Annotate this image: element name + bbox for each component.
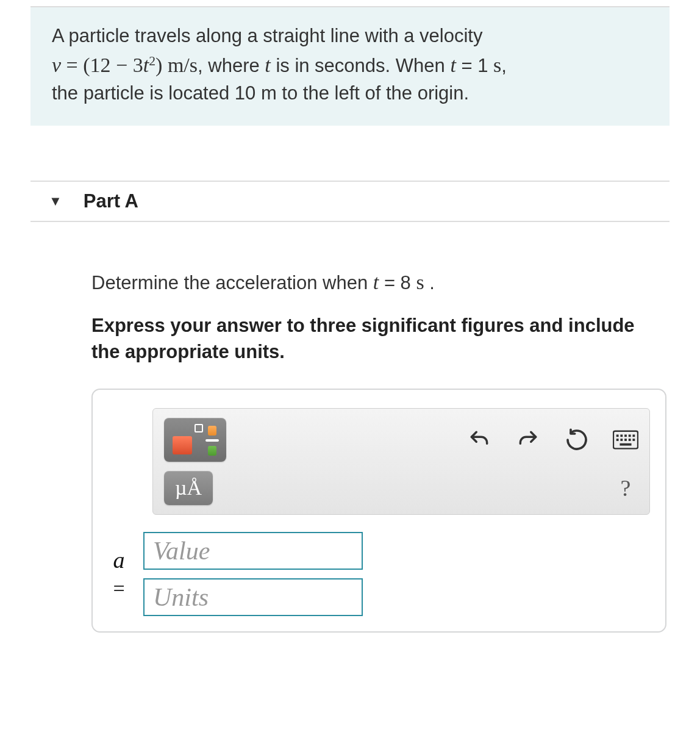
undo-icon <box>468 428 491 451</box>
units-input[interactable] <box>143 578 363 616</box>
prompt-2: = 8 <box>379 272 416 293</box>
eq-equals: = <box>61 54 83 76</box>
svg-rect-8 <box>624 439 627 441</box>
units-symbols-button[interactable]: µÅ <box>164 471 213 505</box>
svg-rect-3 <box>624 434 627 437</box>
help-button[interactable]: ? <box>613 475 638 501</box>
prob-2b: is in seconds. When <box>271 55 451 76</box>
problem-statement: A particle travels along a straight line… <box>30 7 670 126</box>
templates-button[interactable] <box>164 418 226 462</box>
prompt-3: . <box>424 272 435 293</box>
svg-rect-6 <box>616 439 619 441</box>
svg-rect-7 <box>620 439 623 441</box>
answer-box: µÅ ? a = <box>91 389 666 633</box>
prob-2a: , where <box>198 55 265 76</box>
collapse-icon: ▼ <box>49 193 62 209</box>
problem-line3: the particle is located 10 m to the left… <box>52 82 469 104</box>
toolbar-right-2: ? <box>613 475 638 501</box>
eq-v: v <box>52 54 61 76</box>
reset-button[interactable] <box>564 427 590 453</box>
svg-rect-5 <box>632 434 635 437</box>
svg-rect-2 <box>620 434 623 437</box>
part-a-header[interactable]: ▼ Part A <box>30 181 670 222</box>
prob-t2: t <box>450 54 455 76</box>
svg-rect-11 <box>620 443 631 445</box>
keyboard-icon <box>613 430 638 450</box>
toolbar-row-1 <box>164 418 638 462</box>
variable-a: a <box>110 548 128 573</box>
problem-line1: A particle travels along a straight line… <box>52 25 482 46</box>
templates-icon <box>171 424 219 456</box>
eq-unit: m/s <box>168 54 198 76</box>
toolbar-left-2: µÅ <box>164 471 213 505</box>
equals-label: = <box>110 577 128 600</box>
part-a-body: Determine the acceleration when t = 8 s … <box>91 268 666 632</box>
prob-2c: = 1 <box>456 55 493 76</box>
toolbar: µÅ ? <box>152 408 650 515</box>
svg-rect-10 <box>632 439 635 441</box>
prob-2d: , <box>501 55 507 76</box>
variable-label: a = <box>110 548 128 600</box>
value-input[interactable] <box>143 532 363 570</box>
prob-s: s <box>493 54 501 76</box>
keyboard-button[interactable] <box>613 427 638 453</box>
angstrom-glyph: Å <box>187 476 202 499</box>
eq-sup: 2 <box>149 54 155 68</box>
undo-button[interactable] <box>466 427 492 453</box>
reset-icon <box>565 428 589 452</box>
prompt-1: Determine the acceleration when <box>91 272 373 293</box>
redo-icon <box>516 428 540 451</box>
eq-t: t <box>143 54 149 76</box>
prompt-t: t <box>373 271 379 293</box>
page-container: A particle travels along a straight line… <box>0 6 700 633</box>
toolbar-row-2: µÅ ? <box>164 471 638 505</box>
svg-rect-1 <box>616 434 619 437</box>
prompt-text: Determine the acceleration when t = 8 s … <box>91 268 666 297</box>
mu-glyph: µ <box>175 476 187 499</box>
eq-open: (12 − 3 <box>83 54 143 76</box>
redo-button[interactable] <box>515 427 541 453</box>
part-title: Part A <box>84 190 138 212</box>
prob-t1: t <box>265 54 270 76</box>
svg-rect-4 <box>629 434 631 437</box>
svg-rect-9 <box>629 439 631 441</box>
input-stack <box>143 532 363 616</box>
prompt-s: s <box>416 271 424 293</box>
toolbar-left-1 <box>164 418 226 462</box>
instruction-text: Express your answer to three significant… <box>91 312 666 365</box>
toolbar-right-1 <box>466 427 638 453</box>
value-area: a = <box>110 532 653 616</box>
eq-close: ) <box>155 54 168 76</box>
